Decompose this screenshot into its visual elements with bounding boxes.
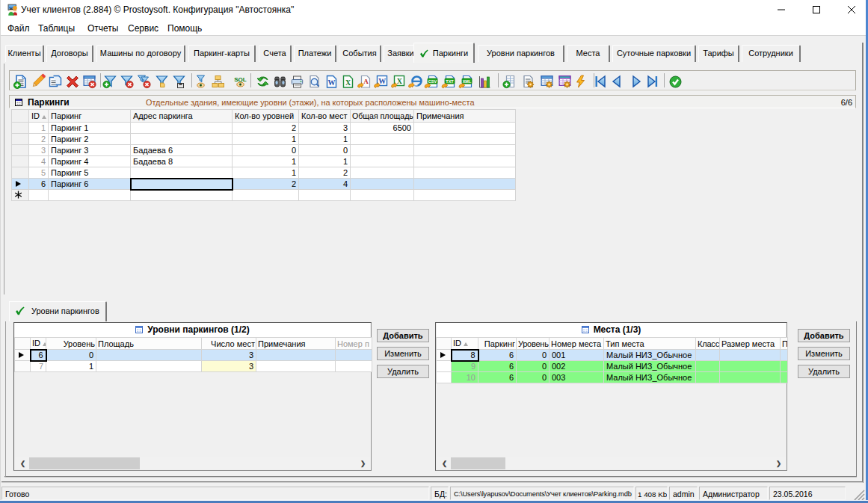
- svg-text:XML: XML: [463, 79, 472, 84]
- svg-text:CSV: CSV: [428, 79, 437, 84]
- svg-text:SQL: SQL: [234, 76, 247, 83]
- svg-text:TXT: TXT: [446, 79, 454, 84]
- svg-text:W: W: [328, 78, 336, 87]
- svg-text:X: X: [345, 78, 351, 87]
- svg-text:W: W: [378, 77, 386, 85]
- svg-text:X: X: [397, 77, 403, 85]
- svg-text:A: A: [363, 78, 369, 85]
